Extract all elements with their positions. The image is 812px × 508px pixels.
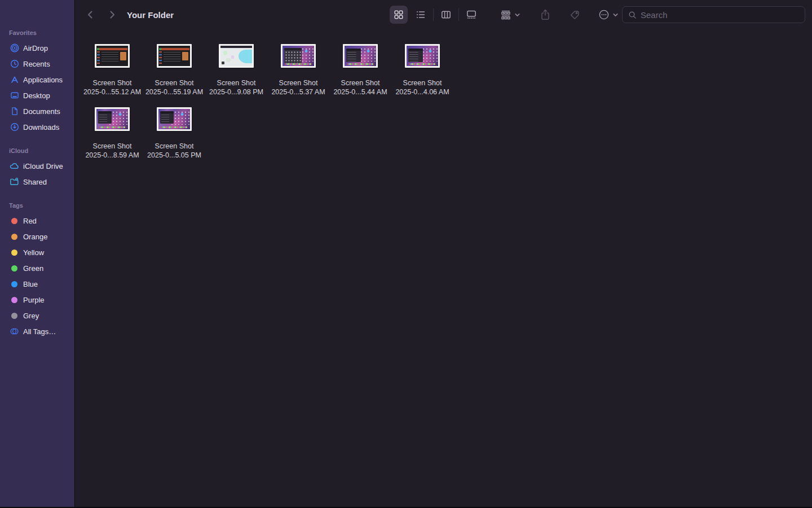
file-thumbnail[interactable] [157, 107, 192, 131]
sidebar-item-applications[interactable]: Applications [0, 72, 74, 87]
share-button[interactable] [537, 6, 554, 24]
sidebar-item-recents[interactable]: Recents [0, 56, 74, 72]
file-item[interactable]: Screen Shot2025-0...4.06 AM [391, 44, 453, 107]
thumbnail-art [96, 46, 128, 66]
file-item[interactable]: Screen Shot2025-0...5.05 PM [143, 107, 205, 170]
tag-label: Red [23, 217, 37, 225]
sidebar-tag-grey[interactable]: Grey [0, 308, 74, 323]
sidebar-section-favorites: Favorites AirDrop Recents [0, 29, 74, 135]
tag-dot-red [11, 218, 17, 224]
sidebar-item-label: Documents [23, 107, 60, 116]
list-view-icon [415, 9, 426, 20]
tag-icon [569, 9, 581, 21]
sidebar-item-label: AirDrop [23, 44, 48, 52]
sidebar-item-downloads[interactable]: Downloads [0, 119, 74, 135]
file-thumbnail[interactable] [405, 44, 440, 68]
file-name: Screen Shot2025-0...8.59 AM [85, 142, 139, 160]
sidebar-item-label: iCloud Drive [23, 162, 63, 170]
tag-dot-purple [11, 297, 17, 303]
group-by-icon [500, 9, 512, 20]
sidebar-item-desktop[interactable]: Desktop [0, 87, 74, 103]
file-item[interactable]: Screen Shot2025-0...5.37 AM [267, 44, 329, 107]
grid-view-icon [393, 9, 404, 20]
airdrop-icon [10, 43, 19, 53]
chevron-down-icon [514, 12, 520, 18]
group-by-button[interactable] [497, 6, 523, 24]
search-field[interactable] [622, 6, 805, 23]
tag-dot-orange [11, 234, 17, 240]
sidebar-item-label: Shared [23, 178, 47, 186]
file-name: Screen Shot2025-0...5.05 PM [147, 142, 201, 160]
toolbar-separator [458, 8, 459, 21]
sidebar: Favorites AirDrop Recents [0, 0, 75, 507]
gallery-view-button[interactable] [462, 6, 480, 24]
sidebar-tag-purple[interactable]: Purple [0, 292, 74, 308]
sidebar-tag-yellow[interactable]: Yellow [0, 244, 74, 260]
file-name: Screen Shot2025-0...55.12 AM [83, 78, 141, 97]
section-label-tags: Tags [9, 202, 74, 209]
thumbnail-art [96, 109, 128, 129]
tag-dot-green [11, 265, 17, 271]
search-input[interactable] [641, 10, 799, 20]
clock-icon [10, 59, 19, 69]
file-thumbnail[interactable] [219, 44, 254, 68]
sidebar-item-label: Recents [23, 60, 50, 68]
file-item[interactable]: Screen Shot2025-0...55.19 AM [143, 44, 205, 107]
main-area: Your Folder [75, 0, 812, 507]
sidebar-item-all-tags[interactable]: All Tags… [0, 323, 74, 339]
column-view-button[interactable] [437, 6, 455, 24]
sidebar-item-icloud-drive[interactable]: iCloud Drive [0, 158, 74, 174]
icon-view-button[interactable] [390, 6, 408, 24]
file-item[interactable]: Screen Shot2025-0...5.44 AM [329, 44, 391, 107]
shared-folder-icon [10, 177, 19, 187]
forward-button[interactable] [104, 7, 120, 23]
tag-label: Purple [23, 296, 45, 304]
sidebar-tag-green[interactable]: Green [0, 260, 74, 276]
toolbar: Your Folder [75, 0, 812, 29]
file-name: Screen Shot2025-0...9.08 PM [209, 78, 263, 97]
sidebar-item-label: Applications [23, 76, 63, 84]
gallery-view-icon [466, 9, 477, 20]
list-view-button[interactable] [412, 6, 430, 24]
sidebar-tag-blue[interactable]: Blue [0, 276, 74, 292]
downloads-icon [10, 122, 19, 132]
more-actions-button[interactable] [595, 6, 621, 24]
window-title: Your Folder [127, 10, 174, 20]
toolbar-separator [433, 8, 434, 21]
chevron-left-icon [85, 9, 96, 20]
chevron-right-icon [106, 9, 117, 20]
sidebar-item-airdrop[interactable]: AirDrop [0, 40, 74, 56]
sidebar-tag-orange[interactable]: Orange [0, 229, 74, 244]
thumbnail-art [158, 109, 190, 129]
chevron-down-icon [612, 12, 619, 18]
tag-label: Yellow [23, 248, 44, 257]
finder-window: Favorites AirDrop Recents [0, 0, 812, 508]
file-thumbnail[interactable] [343, 44, 378, 68]
thumbnail-art [158, 46, 190, 66]
file-thumbnail[interactable] [281, 44, 316, 68]
file-thumbnail[interactable] [95, 44, 130, 68]
sidebar-item-label: Desktop [23, 91, 50, 100]
file-item[interactable]: Screen Shot2025-0...8.59 AM [81, 107, 143, 170]
more-ellipsis-icon [598, 8, 610, 21]
file-item[interactable]: Screen Shot2025-0...9.08 PM [205, 44, 267, 107]
thumbnail-art [407, 46, 438, 66]
view-mode-switcher [390, 0, 480, 29]
tag-dot-yellow [11, 249, 17, 256]
sidebar-item-label: Downloads [23, 123, 59, 132]
back-button[interactable] [83, 7, 99, 23]
sidebar-item-shared[interactable]: Shared [0, 174, 74, 190]
tag-label: Green [23, 264, 43, 273]
tag-label: Blue [23, 280, 38, 288]
file-name: Screen Shot2025-0...55.19 AM [145, 78, 203, 97]
file-thumbnail[interactable] [157, 44, 192, 68]
file-thumbnail[interactable] [95, 107, 130, 131]
section-label-icloud: iCloud [9, 147, 74, 154]
tag-label: All Tags… [23, 327, 56, 336]
file-item[interactable]: Screen Shot2025-0...55.12 AM [81, 44, 143, 107]
search-icon [628, 11, 637, 19]
sidebar-item-documents[interactable]: Documents [0, 103, 74, 119]
file-name: Screen Shot2025-0...5.37 AM [271, 78, 325, 97]
tags-button[interactable] [566, 6, 584, 24]
sidebar-tag-red[interactable]: Red [0, 213, 74, 229]
